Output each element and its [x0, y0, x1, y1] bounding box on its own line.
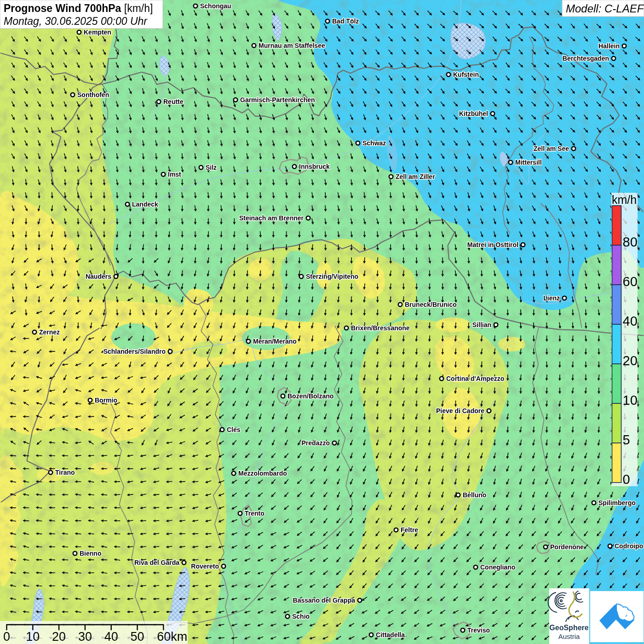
svg-text:20: 20 — [52, 630, 66, 644]
svg-text:Brixen/Bressanone: Brixen/Bressanone — [351, 324, 410, 332]
svg-text:Hallein: Hallein — [598, 42, 620, 50]
svg-text:Riva del Garda: Riva del Garda — [134, 559, 179, 566]
svg-text:Trento: Trento — [245, 510, 264, 517]
svg-text:Schwaz: Schwaz — [362, 139, 386, 147]
svg-text:Zernez: Zernez — [39, 328, 60, 336]
svg-text:Cles: Cles — [227, 426, 241, 433]
svg-text:Matrei in Osttirol: Matrei in Osttirol — [467, 241, 518, 248]
svg-text:Kufstein: Kufstein — [453, 71, 479, 78]
svg-text:0: 0 — [623, 472, 630, 487]
svg-text:Cittadella: Cittadella — [376, 631, 405, 638]
svg-text:40: 40 — [104, 630, 118, 644]
svg-text:Feltre: Feltre — [401, 526, 418, 534]
svg-text:Mezzolombardo: Mezzolombardo — [238, 470, 287, 477]
svg-text:km/h: km/h — [612, 193, 637, 206]
svg-text:Bozen/Bolzano: Bozen/Bolzano — [288, 392, 334, 400]
svg-text:Mittersill: Mittersill — [515, 159, 542, 166]
svg-text:30: 30 — [78, 630, 92, 644]
svg-text:Codroipo: Codroipo — [615, 542, 643, 550]
svg-text:10: 10 — [623, 393, 638, 408]
svg-text:Lienz: Lienz — [543, 294, 560, 302]
svg-text:Schlanders/Silandro: Schlanders/Silandro — [104, 348, 166, 355]
svg-text:Bormio: Bormio — [95, 397, 117, 404]
svg-text:Bassano del Grappa: Bassano del Grappa — [293, 597, 356, 604]
svg-text:Prognose Wind 700hPa [km/h]: Prognose Wind 700hPa [km/h] — [4, 2, 153, 14]
svg-text:80: 80 — [623, 235, 638, 249]
svg-text:Kitzbühel: Kitzbühel — [459, 110, 488, 117]
svg-text:Treviso: Treviso — [467, 627, 490, 634]
svg-text:60: 60 — [623, 274, 638, 289]
svg-text:Pordenone: Pordenone — [550, 543, 584, 551]
svg-text:GeoSphere: GeoSphere — [549, 624, 588, 632]
svg-text:Reutte: Reutte — [163, 98, 184, 105]
svg-text:Kempten: Kempten — [84, 29, 111, 36]
svg-text:10: 10 — [26, 630, 40, 644]
svg-text:Bruneck/Brunico: Bruneck/Brunico — [405, 301, 457, 308]
svg-text:0: 0 — [3, 630, 10, 644]
svg-text:Imst: Imst — [168, 171, 181, 178]
svg-text:Montag, 30.06.2025 00:00 Uhr: Montag, 30.06.2025 00:00 Uhr — [4, 15, 148, 27]
svg-text:Tirano: Tirano — [55, 469, 75, 476]
svg-text:Zell am Ziller: Zell am Ziller — [396, 173, 435, 180]
svg-text:Schio: Schio — [292, 613, 310, 620]
svg-text:20: 20 — [623, 353, 638, 368]
svg-text:Garmisch-Partenkirchen: Garmisch-Partenkirchen — [240, 96, 315, 104]
svg-text:50: 50 — [130, 630, 144, 644]
svg-text:Zell am See: Zell am See — [534, 145, 569, 152]
svg-text:5: 5 — [623, 432, 630, 447]
svg-text:Meran/Merano: Meran/Merano — [253, 338, 297, 345]
svg-text:Bad Tölz: Bad Tölz — [332, 17, 359, 25]
svg-text:Sonthofen: Sonthofen — [77, 91, 109, 98]
svg-text:Predazzo: Predazzo — [302, 439, 330, 447]
svg-text:Rovereto: Rovereto — [191, 563, 219, 570]
svg-text:40: 40 — [623, 314, 638, 328]
svg-text:Berchtesgaden: Berchtesgaden — [563, 55, 609, 62]
svg-text:Sterzing/Vipiteno: Sterzing/Vipiteno — [306, 273, 358, 280]
svg-text:Pieve di Cadore: Pieve di Cadore — [436, 407, 484, 414]
svg-text:Schongau: Schongau — [200, 2, 231, 10]
svg-text:60km: 60km — [157, 630, 187, 644]
svg-text:Cortina d'Ampezzo: Cortina d'Ampezzo — [446, 375, 504, 382]
svg-text:Murnau am Staffelsee: Murnau am Staffelsee — [259, 42, 325, 49]
svg-text:Nauders: Nauders — [86, 273, 111, 280]
svg-text:Silz: Silz — [206, 164, 217, 171]
svg-text:Bienno: Bienno — [80, 550, 101, 557]
svg-text:Steinach am Brenner: Steinach am Brenner — [239, 214, 304, 222]
svg-text:Spilimbergo: Spilimbergo — [598, 499, 636, 506]
svg-text:Landeck: Landeck — [132, 201, 158, 208]
svg-text:Innsbruck: Innsbruck — [299, 163, 330, 170]
svg-text:Belluno: Belluno — [463, 491, 486, 499]
svg-text:Sillian: Sillian — [472, 321, 491, 328]
svg-text:Austria: Austria — [558, 632, 580, 640]
svg-text:Modell: C-LAEF: Modell: C-LAEF — [566, 2, 644, 15]
svg-text:Conegliano: Conegliano — [480, 564, 515, 571]
